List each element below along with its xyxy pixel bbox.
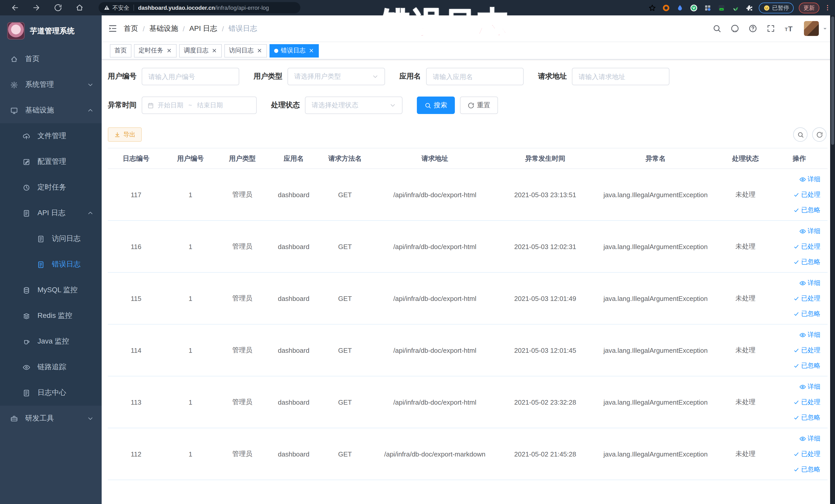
tab-首页[interactable]: 首页 bbox=[110, 44, 131, 57]
action-detail-link[interactable]: 详细 bbox=[771, 275, 820, 291]
browser-forward-button[interactable] bbox=[32, 4, 41, 12]
browser-reload-button[interactable] bbox=[54, 4, 62, 12]
log-icon bbox=[23, 209, 30, 217]
action-processed-link[interactable]: 已处理 bbox=[771, 239, 820, 254]
action-processed-link[interactable]: 已处理 bbox=[771, 343, 820, 358]
cell-id: 113 bbox=[108, 376, 164, 428]
tab-调度日志[interactable]: 调度日志 bbox=[179, 44, 222, 57]
cell-user_id: 1 bbox=[164, 221, 217, 273]
close-icon[interactable] bbox=[257, 48, 262, 54]
filter-input-用户编号[interactable] bbox=[142, 68, 239, 85]
cell-app: dashboard bbox=[268, 376, 319, 428]
sidebar-item-首页[interactable]: 首页 bbox=[0, 46, 102, 72]
action-ignored-link[interactable]: 已忽略 bbox=[771, 306, 820, 321]
sidebar-item-Java-监控[interactable]: Java 监控 bbox=[0, 329, 102, 354]
browser-menu-icon[interactable] bbox=[824, 4, 831, 12]
close-icon[interactable] bbox=[308, 48, 314, 54]
action-processed-link[interactable]: 已处理 bbox=[771, 187, 820, 202]
extension-grid-icon[interactable] bbox=[704, 4, 712, 12]
breadcrumb-item[interactable]: API 日志 bbox=[189, 24, 218, 33]
cell-user_id: 1 bbox=[164, 169, 217, 221]
browser-back-button[interactable] bbox=[11, 4, 19, 12]
sidebar-item-配置管理[interactable]: 配置管理 bbox=[0, 149, 102, 175]
filter-select-用户类型[interactable]: 请选择用户类型 bbox=[287, 68, 385, 85]
sidebar-item-基础设施[interactable]: 基础设施 bbox=[0, 98, 102, 123]
breadcrumb-item[interactable]: 基础设施 bbox=[149, 24, 178, 33]
action-ignored-link[interactable]: 已忽略 bbox=[771, 254, 820, 269]
sidebar-logo[interactable]: 芋道管理系统 bbox=[0, 15, 102, 46]
sidebar-item-日志中心[interactable]: 日志中心 bbox=[0, 380, 102, 406]
scrollbar-thumb[interactable] bbox=[831, 16, 834, 145]
bookmark-star-icon[interactable] bbox=[648, 4, 656, 12]
sidebar-item-链路追踪[interactable]: 链路追踪 bbox=[0, 354, 102, 380]
page-scrollbar[interactable] bbox=[830, 15, 835, 504]
filter-input-请求地址[interactable] bbox=[572, 68, 669, 85]
sidebar-item-访问日志[interactable]: 访问日志 bbox=[0, 226, 102, 251]
cell-exception: java.lang.IllegalArgumentException bbox=[591, 221, 720, 273]
cell-status: 未处理 bbox=[720, 221, 771, 273]
svg-text:on: on bbox=[720, 8, 723, 10]
refresh-table-icon bbox=[816, 131, 823, 138]
sidebar-item-API-日志[interactable]: API 日志 bbox=[0, 200, 102, 226]
breadcrumb-item[interactable]: 首页 bbox=[124, 24, 138, 33]
tab-label: 调度日志 bbox=[184, 46, 208, 55]
extension-blue-drop-icon[interactable] bbox=[676, 4, 684, 12]
user-avatar[interactable] bbox=[804, 21, 819, 36]
action-label: 已处理 bbox=[801, 239, 820, 254]
sidebar-item-系统管理[interactable]: 系统管理 bbox=[0, 72, 102, 98]
column-header: 用户类型 bbox=[217, 148, 268, 169]
close-icon[interactable] bbox=[211, 48, 217, 54]
toggle-search-button[interactable] bbox=[793, 127, 808, 142]
sidebar-item-label: API 日志 bbox=[38, 208, 65, 218]
sidebar-item-定时任务[interactable]: 定时任务 bbox=[0, 175, 102, 200]
action-ignored-link[interactable]: 已忽略 bbox=[771, 410, 820, 425]
sidebar-toggle-icon[interactable] bbox=[108, 24, 118, 33]
browser-home-button[interactable] bbox=[76, 4, 84, 12]
sidebar-item-文件管理[interactable]: 文件管理 bbox=[0, 123, 102, 149]
action-processed-link[interactable]: 已处理 bbox=[771, 395, 820, 410]
extension-vue-icon[interactable] bbox=[690, 4, 698, 12]
close-icon[interactable] bbox=[166, 48, 172, 54]
github-icon[interactable] bbox=[731, 24, 739, 33]
search-button[interactable]: 搜索 bbox=[417, 97, 455, 114]
action-processed-link[interactable]: 已处理 bbox=[771, 446, 820, 462]
action-ignored-link[interactable]: 已忽略 bbox=[771, 202, 820, 218]
action-detail-link[interactable]: 详细 bbox=[771, 431, 820, 446]
sidebar-item-MySQL-监控[interactable]: MySQL 监控 bbox=[0, 277, 102, 303]
sidebar-item-Redis-监控[interactable]: Redis 监控 bbox=[0, 303, 102, 329]
font-size-icon[interactable]: TT bbox=[785, 24, 793, 33]
address-bar[interactable]: 不安全 dashboard.yudao.iocoder.cn /infra/lo… bbox=[99, 2, 300, 13]
filter-input-应用名[interactable] bbox=[426, 68, 524, 85]
paused-badge[interactable]: 已暂停 bbox=[759, 2, 794, 13]
user-menu-caret-icon[interactable] bbox=[822, 25, 828, 32]
action-ignored-link[interactable]: 已忽略 bbox=[771, 462, 820, 477]
check-icon bbox=[793, 243, 799, 250]
action-ignored-link[interactable]: 已忽略 bbox=[771, 358, 820, 373]
extensions-puzzle-icon[interactable] bbox=[746, 4, 753, 12]
extension-orange-icon[interactable] bbox=[662, 4, 670, 12]
fullscreen-icon[interactable] bbox=[767, 24, 775, 33]
header-search-icon[interactable] bbox=[713, 24, 721, 33]
extension-leaf-icon[interactable] bbox=[732, 4, 739, 12]
action-detail-link[interactable]: 详细 bbox=[771, 327, 820, 343]
select-placeholder: 请选择处理状态 bbox=[312, 101, 358, 110]
tab-错误日志[interactable]: 错误日志 bbox=[269, 44, 319, 57]
action-processed-link[interactable]: 已处理 bbox=[771, 291, 820, 306]
action-detail-link[interactable]: 详细 bbox=[771, 379, 820, 395]
help-icon[interactable] bbox=[749, 24, 757, 33]
tab-定时任务[interactable]: 定时任务 bbox=[134, 44, 177, 57]
action-detail-link[interactable]: 详细 bbox=[771, 172, 820, 187]
sidebar-item-研发工具[interactable]: 研发工具 bbox=[0, 406, 102, 431]
action-detail-link[interactable]: 详细 bbox=[771, 223, 820, 239]
export-button[interactable]: 导出 bbox=[108, 127, 142, 142]
sidebar-item-错误日志[interactable]: 错误日志 bbox=[0, 251, 102, 277]
reset-button[interactable]: 重置 bbox=[460, 97, 498, 114]
refresh-table-button[interactable] bbox=[812, 127, 827, 142]
redis-icon bbox=[23, 312, 30, 320]
date-range-picker[interactable]: 开始日期~结束日期 bbox=[142, 97, 257, 114]
monitor-icon bbox=[10, 106, 18, 114]
tab-访问日志[interactable]: 访问日志 bbox=[224, 44, 267, 57]
extension-on-badge-icon[interactable]: on bbox=[718, 4, 726, 12]
update-badge[interactable]: 更新 bbox=[799, 2, 819, 13]
filter-select-处理状态[interactable]: 请选择处理状态 bbox=[305, 97, 403, 114]
